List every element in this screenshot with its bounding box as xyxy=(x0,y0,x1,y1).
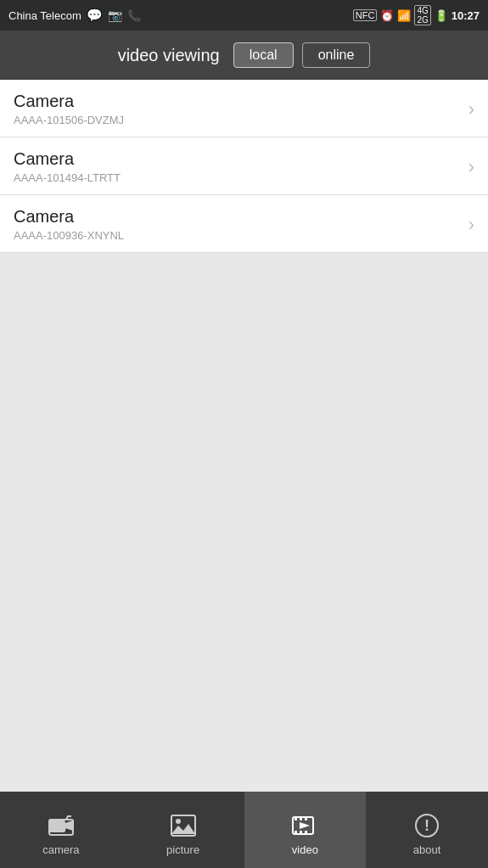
nav-about-label: about xyxy=(413,843,441,856)
page-title: video viewing xyxy=(118,46,220,65)
svg-rect-14 xyxy=(305,831,307,834)
nav-video-label: video xyxy=(292,843,318,856)
tab-local[interactable]: local xyxy=(233,42,294,68)
camera-info-1: Camera AAAA-101494-LTRTT xyxy=(14,149,121,184)
main-content xyxy=(0,253,488,792)
svg-text:!: ! xyxy=(424,817,429,834)
camera-item-2[interactable]: Camera AAAA-100936-XNYNL › xyxy=(0,195,488,253)
phone-icon: 📞 xyxy=(127,9,141,22)
signal-indicator: 4G2G xyxy=(414,5,430,25)
camera-nav-icon xyxy=(48,812,75,839)
nav-video[interactable]: video xyxy=(244,792,367,868)
time-display: 10:27 xyxy=(452,9,480,22)
svg-rect-11 xyxy=(305,817,307,820)
camera-name-1: Camera xyxy=(14,149,121,169)
status-bar: China Telecom 💬 📷 📞 NFC ⏰ 📶 4G2G 🔋 10:27 xyxy=(0,0,488,31)
camera-item-1[interactable]: Camera AAAA-101494-LTRTT › xyxy=(0,137,488,195)
chevron-icon-1: › xyxy=(468,156,474,178)
nav-camera[interactable]: camera xyxy=(0,792,122,868)
status-indicators: NFC ⏰ 📶 4G2G 🔋 10:27 xyxy=(353,5,480,25)
about-nav-icon: ! xyxy=(413,812,440,839)
bottom-navigation: camera picture video ! a xyxy=(0,792,488,868)
camera-info-2: Camera AAAA-100936-XNYNL xyxy=(14,207,124,242)
svg-rect-9 xyxy=(294,817,297,820)
svg-marker-7 xyxy=(171,824,195,834)
camera-id-2: AAAA-100936-XNYNL xyxy=(14,229,124,242)
picture-nav-icon xyxy=(170,812,197,839)
app-header: video viewing local online xyxy=(0,31,488,80)
camera-info-0: Camera AAAA-101506-DVZMJ xyxy=(14,92,124,126)
camera-item-0[interactable]: Camera AAAA-101506-DVZMJ › xyxy=(0,80,488,137)
camera-list: Camera AAAA-101506-DVZMJ › Camera AAAA-1… xyxy=(0,80,488,253)
tab-online[interactable]: online xyxy=(302,42,371,68)
svg-rect-13 xyxy=(300,831,302,834)
wifi-icon: 📶 xyxy=(397,9,411,22)
nfc-indicator: NFC xyxy=(353,9,378,21)
svg-rect-10 xyxy=(300,817,302,820)
svg-marker-15 xyxy=(300,822,310,829)
carrier-name: China Telecom xyxy=(8,9,81,22)
chevron-icon-2: › xyxy=(468,214,474,236)
photo-icon: 📷 xyxy=(108,8,122,22)
nav-picture[interactable]: picture xyxy=(122,792,244,868)
camera-name-0: Camera xyxy=(14,92,124,111)
svg-point-6 xyxy=(176,819,181,824)
video-nav-icon xyxy=(291,812,318,839)
svg-rect-3 xyxy=(48,820,65,832)
alarm-icon: ⏰ xyxy=(380,9,394,22)
camera-name-2: Camera xyxy=(14,207,124,227)
chevron-icon-0: › xyxy=(468,98,474,120)
camera-id-0: AAAA-101506-DVZMJ xyxy=(14,114,124,126)
svg-rect-12 xyxy=(294,831,297,834)
carrier-info: China Telecom 💬 📷 📞 xyxy=(8,8,141,23)
wechat-icon: 💬 xyxy=(87,8,103,23)
svg-marker-4 xyxy=(65,820,73,831)
nav-camera-label: camera xyxy=(42,843,79,856)
nav-picture-label: picture xyxy=(166,843,199,856)
camera-id-1: AAAA-101494-LTRTT xyxy=(14,171,121,184)
nav-about[interactable]: ! about xyxy=(366,792,488,868)
battery-icon: 🔋 xyxy=(435,9,448,22)
